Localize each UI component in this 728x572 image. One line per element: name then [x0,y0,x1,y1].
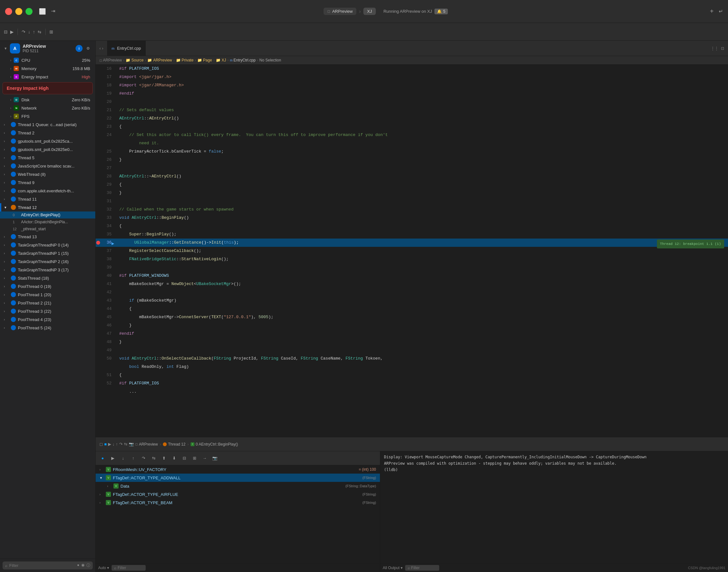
tab-arpreview[interactable]: ◻ ARPreview [323,8,356,15]
var-item-addwall[interactable]: ▼ V FTagDef::ACTOR_TYPE_ADDWALL (FString… [96,474,380,482]
thread-item-9[interactable]: › Thread 9 [0,178,95,187]
thread-item-statsthread[interactable]: › StatsThread (18) [0,274,95,282]
info-icon[interactable]: ⓘ [86,563,90,568]
vars-play-icon[interactable]: ▶ [108,454,117,463]
thread-item-pool2[interactable]: › PoolThread 2 (21) [0,299,95,307]
close-button[interactable] [5,8,12,15]
thread-item-webthread[interactable]: › WebThread (8) [0,170,95,178]
record-icon[interactable]: ● [77,563,79,568]
thread-item-jscore[interactable]: › JavaScriptCore bmalloc scav... [0,162,95,170]
var-item-roomesh[interactable]: › V FRoomMesh::UV_FACTORY = (int) 100 [96,465,380,474]
metric-memory[interactable]: › M Memory 159.8 MB [0,64,95,73]
auto-label[interactable]: Auto ▾ [98,566,109,570]
metric-cpu[interactable]: › C CPU 25% [0,56,95,64]
cam-icon[interactable]: 📷 [129,442,134,446]
thread-item-11[interactable]: › Thread 11 [0,195,95,203]
thread-item-pool4[interactable]: › PoolThread 4 (23) [0,315,95,324]
thread-subitem-12-1[interactable]: 1 AActor::DispatchBeginPla... [0,218,95,225]
info-button[interactable]: i [75,45,82,52]
var-item-airflue[interactable]: › V FTagDef::ACTOR_TYPE_AIRFLUE (FString… [96,490,380,498]
vars-sync-icon[interactable]: ⇆ [149,454,158,463]
editor-split-icon[interactable]: ⊡ [721,46,724,51]
editor-action-icon[interactable]: ⋮⋮ [711,46,718,51]
play-icon[interactable]: ▶ [10,29,14,34]
thread-item-taskgraph3[interactable]: › TaskGraphThreadNP 3 (17) [0,266,95,274]
code-view[interactable]: 16 #if PLATFORM_IOS 17 #import <jgar/jga… [96,65,728,437]
thread-item-pool0[interactable]: › PoolThread 0 (19) [0,282,95,290]
breadcrumb-file[interactable]: mEntryCtrl.cpp [230,58,256,62]
view-icon[interactable]: ◉ [81,563,84,568]
step-out-icon[interactable]: ↑ [33,29,35,34]
thread-item-13[interactable]: › Thread 13 [0,232,95,241]
output-label[interactable]: All Output ▾ [383,566,403,570]
return-icon[interactable]: ↵ [719,8,723,14]
breadcrumb-page[interactable]: 📁Page [197,58,212,62]
vars-copy-icon[interactable]: ⊟ [180,454,189,463]
nav-icon[interactable]: ⇥ [51,8,55,15]
breadcrumb-entry[interactable]: 📁XJ [216,58,226,62]
nav-prev-icon[interactable]: ‹ [100,46,101,51]
layout-icon[interactable]: ⊞ [49,29,53,34]
metric-fps[interactable]: › F FPS [0,112,95,120]
step-fwd-icon[interactable]: ▶ [108,442,111,446]
file-tab[interactable]: m EntryCtrl.cpp [107,41,146,56]
step-icon5[interactable]: ⇆ [124,442,127,446]
vars-record-icon[interactable]: ● [98,454,107,463]
thread-item-gputools1[interactable]: › gputools.smt_poll.0x2825ca... [0,137,95,145]
thread-item-1[interactable]: › Thread 1 Queue: c...ead (serial) [0,120,95,129]
nav-next-icon[interactable]: › [102,46,103,51]
thread-item-pool1[interactable]: › PoolThread 1 (20) [0,290,95,299]
thread-item-pool5[interactable]: › PoolThread 5 (24) [0,324,95,332]
thread-item-taskgraph0[interactable]: › TaskGraphThreadNP 0 (14) [0,241,95,249]
vars-filter-input[interactable] [118,566,143,570]
thread-item-taskgraph1[interactable]: › TaskGraphThreadNP 1 (15) [0,249,95,257]
sidebar-toggle-icon[interactable]: ⬜ [39,8,46,15]
thread-subitem-12-12[interactable]: 12 _pthread_start [0,225,95,232]
thread-item-pool3[interactable]: › PoolThread 3 (22) [0,307,95,315]
minimize-button[interactable] [15,8,22,15]
thread-item-gputools2[interactable]: › gputools.smt_poll.0x2825e0... [0,145,95,153]
add-tab-icon[interactable]: + [710,8,714,15]
vars-cam-icon[interactable]: 📷 [210,454,219,463]
thread-item-2[interactable]: › Thread 2 [0,129,95,137]
tab-xj[interactable]: XJ [363,8,376,15]
vars-continue-icon[interactable]: ↷ [139,454,148,463]
step-icon4[interactable]: ↷ [119,442,123,446]
step-icon3[interactable]: ↑ [116,442,118,446]
file-tab-name: EntryCtrl.cpp [117,46,141,51]
fullscreen-button[interactable] [25,8,33,15]
thread-nav-icon[interactable]: ⇆ [38,29,42,34]
sidebar-filter-input[interactable] [9,563,75,568]
step-icon2[interactable]: ↓ [113,442,115,446]
debug-icon: ◻ [100,442,103,446]
step-in-icon[interactable]: ↓ [28,29,30,34]
thread-subitem-12-0[interactable]: 0 AEntryCtrl::BeginPlay() [0,211,95,218]
stop-icon[interactable]: ⊟ [4,29,8,34]
thread-item-5[interactable]: › Thread 5 [0,153,95,162]
breadcrumb-arpreview[interactable]: ◻ ARPreview [100,58,122,62]
alert-badge[interactable]: 🔔 5 [434,9,448,14]
var-item-beam[interactable]: › V FTagDef::ACTOR_TYPE_BEAM (FString) [96,498,380,507]
vars-paste-icon[interactable]: ⊞ [190,454,199,463]
breadcrumb-source[interactable]: 📁Source [126,58,143,62]
breadcrumb-arpreview2[interactable]: 📁ARPreview [147,58,172,62]
thread-item-12[interactable]: ▼ Thread 12 [0,203,95,211]
step-over-icon[interactable]: ↷ [22,29,25,34]
thread-item-uikit[interactable]: › com.apple.uikit.eventfetch-th... [0,187,95,195]
output-filter-input[interactable] [411,566,437,570]
bp-marker-16[interactable] [96,65,101,73]
settings-button[interactable]: ⚙ [84,45,92,52]
vars-share-icon[interactable]: ⬆ [159,454,168,463]
metric-disk[interactable]: › D Disk Zero KB/s [0,95,95,104]
metric-energy[interactable]: › E Energy Impact High [0,73,95,81]
vars-step-icon[interactable]: ↓ [119,454,127,463]
process-header[interactable]: ▼ A ARPreview PID 5211 i ⚙ [0,41,95,56]
breadcrumb-private[interactable]: 📁Private [176,58,193,62]
metric-network[interactable]: › N Network Zero KB/s [0,104,95,112]
vars-down-icon[interactable]: ⬇ [170,454,179,463]
vars-arrow-icon[interactable]: → [200,454,209,463]
breakpoint-dot-36[interactable] [96,241,100,244]
thread-item-taskgraph2[interactable]: › TaskGraphThreadNP 2 (16) [0,257,95,266]
var-item-data[interactable]: › V Data (FString::DataType) [96,482,380,490]
vars-step2-icon[interactable]: ↑ [129,454,138,463]
